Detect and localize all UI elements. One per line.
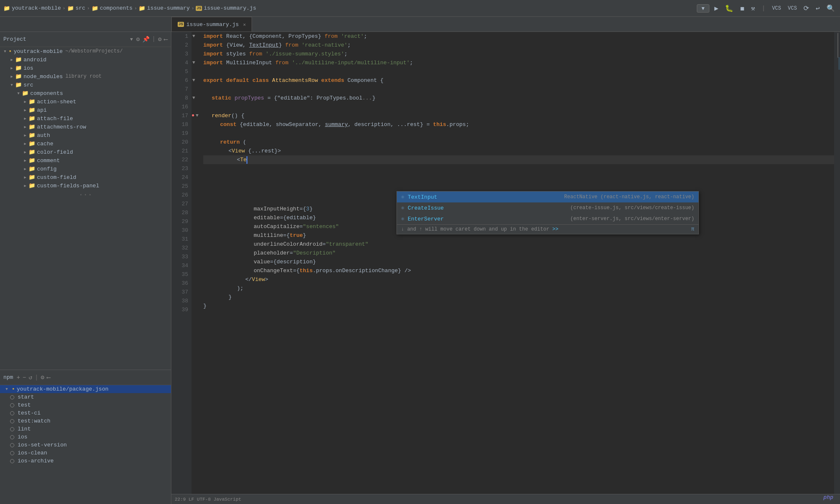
tree-item-src[interactable]: 📁 src xyxy=(0,81,171,89)
npm-script-ios-clean[interactable]: ios-clean xyxy=(0,449,171,457)
npm-script-test-watch[interactable]: test:watch xyxy=(0,417,171,425)
ac-item-textinput[interactable]: ⚛ TextInput ReactNative (react-native.js… xyxy=(397,192,698,202)
script-ios-clean-label: ios-clean xyxy=(18,450,47,456)
fold-6[interactable]: ▼ xyxy=(192,76,199,85)
code-content[interactable]: import React, {Component, PropTypes} fro… xyxy=(200,32,834,494)
ac-item-createissue[interactable]: ⚛ CreateIssue (create-issue.js, src/view… xyxy=(397,202,698,213)
dropdown-button[interactable]: ▼ xyxy=(697,4,709,13)
search-button[interactable]: 🔍 xyxy=(825,3,837,13)
vcs2-button[interactable]: VCS xyxy=(786,5,799,12)
components-folder-icon: 📁 xyxy=(22,90,29,97)
npm-refresh-icon[interactable]: ↺ xyxy=(29,374,32,381)
settings-icon[interactable]: ⚙ xyxy=(136,36,139,43)
js-file-icon: JS xyxy=(196,6,202,11)
npm-script-ios[interactable]: ios xyxy=(0,433,171,441)
npm-script-test[interactable]: test xyxy=(0,401,171,409)
breadcrumb-src[interactable]: src xyxy=(76,5,85,11)
change-gutter xyxy=(838,32,840,494)
npm-script-ios-archive[interactable]: ios-archive xyxy=(0,457,171,465)
tab-issue-summary[interactable]: JS issue-summary.js ✕ xyxy=(171,17,252,32)
collapse-icon[interactable]: ⟵ xyxy=(164,36,168,43)
npm-remove-icon[interactable]: − xyxy=(23,374,26,381)
npm-script-ios-set-version[interactable]: ios-set-version xyxy=(0,441,171,449)
tree-item-root[interactable]: ▪ youtrack-mobile ~/WebstormProjects/ xyxy=(0,47,171,55)
ac-item-enterserver[interactable]: ⚛ EnterServer (enter-server.js, src/view… xyxy=(397,213,698,224)
attach-file-label: attach-file xyxy=(37,116,73,122)
breadcrumb-issue-summary[interactable]: issue-summary xyxy=(147,5,189,11)
tree-item-components[interactable]: 📁 components xyxy=(0,89,171,97)
folder-icon: 📁 xyxy=(3,5,10,12)
npm-settings-icon[interactable]: ⚙ xyxy=(41,374,44,381)
debug-button[interactable]: 🐛 xyxy=(723,3,735,13)
android-arrow xyxy=(8,58,15,62)
tree-item-api[interactable]: 📁 api xyxy=(0,106,171,114)
sidebar-icons: ⚙ 📌 | ⚙ ⟵ xyxy=(136,36,168,43)
fold-4[interactable]: ▼ xyxy=(192,58,199,67)
breadcrumb-components[interactable]: components xyxy=(100,5,133,11)
fold-8[interactable]: ▼ xyxy=(192,94,199,102)
line-num-20: 20 xyxy=(171,138,188,147)
fold-1[interactable]: ▼ xyxy=(192,32,199,41)
script-dot xyxy=(10,459,14,463)
npm-script-start[interactable]: start xyxy=(0,393,171,401)
code-line-34: onChangeText={this.props.onDescriptionCh… xyxy=(203,266,834,275)
ac-detail-createissue: (create-issue.js, src/views/create-issue… xyxy=(495,205,694,211)
code-line-18: const {editable, showSeparator, summary,… xyxy=(203,120,834,129)
tree-item-auth[interactable]: 📁 auth xyxy=(0,131,171,139)
code-line-7 xyxy=(203,85,834,94)
undo-button[interactable]: ↩ xyxy=(814,3,822,13)
tree-item-node-modules[interactable]: 📁 node_modules library root xyxy=(0,72,171,81)
code-editor[interactable]: 1 2 3 4 5 6 7 8 16 17 18 19 20 21 22 23 … xyxy=(171,32,840,494)
npm-package-item[interactable]: ▪ youtrack-mobile/package.json xyxy=(0,385,171,393)
node-modules-icon: 📁 xyxy=(15,73,22,80)
stop-button[interactable]: ◼ xyxy=(738,3,746,13)
ios-folder-label: ios xyxy=(24,65,33,71)
tree-item-cache[interactable]: 📁 cache xyxy=(0,139,171,148)
action-sheet-arrow xyxy=(22,100,29,104)
comment-label: comment xyxy=(37,158,60,164)
auth-label: auth xyxy=(37,132,50,139)
line-num-35: 35 xyxy=(171,270,188,279)
vertical-scrollbar[interactable] xyxy=(834,32,840,494)
run-button[interactable]: ▶ xyxy=(713,3,720,13)
ios-folder-icon: 📁 xyxy=(15,65,22,71)
vcs-button[interactable]: VCS xyxy=(770,5,783,12)
script-test-watch-label: test:watch xyxy=(18,418,50,424)
dropdown-arrow[interactable]: ▼ xyxy=(130,37,133,42)
build-button[interactable]: ⚒ xyxy=(749,3,757,13)
tree-item-attachments-row[interactable]: 📁 attachments-row xyxy=(0,123,171,131)
attach-file-icon: 📁 xyxy=(29,115,35,122)
tree-item-attach-file[interactable]: 📁 attach-file xyxy=(0,114,171,123)
gear-icon[interactable]: ⚙ xyxy=(158,36,161,43)
sync-button[interactable]: ⟳ xyxy=(802,3,811,13)
fold-17[interactable]: ● ▼ xyxy=(192,111,199,120)
tree-item-ios-folder[interactable]: 📁 ios xyxy=(0,64,171,72)
pin-icon[interactable]: 📌 xyxy=(142,36,150,43)
npm-add-icon[interactable]: + xyxy=(16,374,20,381)
action-sheet-label: action-sheet xyxy=(37,99,76,105)
node-modules-label: node_modules xyxy=(24,74,63,80)
tree-item-custom-field[interactable]: 📁 custom-field xyxy=(0,173,171,181)
code-line-31: underlineColorAndroid="transparent" xyxy=(203,240,834,249)
tree-item-action-sheet[interactable]: 📁 action-sheet xyxy=(0,97,171,106)
tree-item-custom-fields-panel[interactable]: 📁 custom-fields-panel xyxy=(0,181,171,190)
tab-js-icon: JS xyxy=(178,22,184,27)
npm-collapse-icon[interactable]: ⟵ xyxy=(47,374,50,381)
tree-item-comment[interactable]: 📁 comment xyxy=(0,156,171,165)
ac-hint-text: ↓ and ↑ will move caret down and up in t… xyxy=(401,226,558,232)
script-lint-label: lint xyxy=(18,426,31,432)
config-arrow xyxy=(22,167,29,171)
ellipsis: ··· xyxy=(0,190,171,200)
line-num-22: 22 xyxy=(171,155,188,164)
tab-close-icon[interactable]: ✕ xyxy=(243,22,246,27)
breadcrumb-youtrack-mobile[interactable]: youtrack-mobile xyxy=(12,5,61,11)
npm-script-lint[interactable]: lint xyxy=(0,425,171,433)
line-num-33: 33 xyxy=(171,252,188,261)
tree-item-color-field[interactable]: 📁 color-field xyxy=(0,148,171,156)
line-num-8: 8 xyxy=(171,94,188,102)
npm-script-test-ci[interactable]: test-ci xyxy=(0,409,171,417)
tree-item-config[interactable]: 📁 config xyxy=(0,165,171,173)
auth-icon: 📁 xyxy=(29,132,35,139)
breadcrumb-file[interactable]: issue-summary.js xyxy=(204,5,256,11)
tree-item-android[interactable]: 📁 android xyxy=(0,55,171,64)
